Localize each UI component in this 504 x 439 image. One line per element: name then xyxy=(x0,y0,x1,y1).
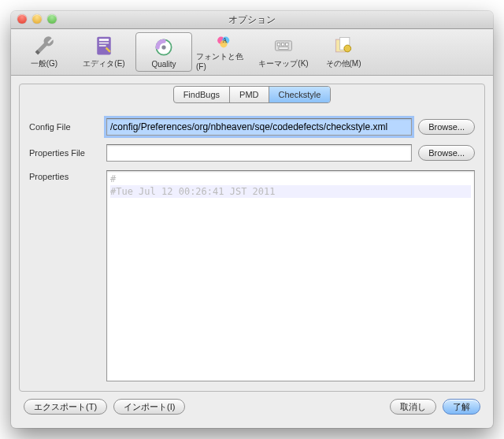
options-panel: FindBugs PMD Checkstyle Config File Brow… xyxy=(19,84,485,392)
zoom-icon[interactable] xyxy=(47,14,57,24)
keymap-icon xyxy=(272,35,295,57)
tab-pmd[interactable]: PMD xyxy=(230,87,269,102)
svg-rect-13 xyxy=(286,43,289,47)
tab-findbugs[interactable]: FindBugs xyxy=(174,87,230,102)
category-toolbar: 一般(G) エディタ(E) Quality A フォントと色(F) キーマップ(… xyxy=(11,29,493,76)
properties-file-label: Properties File xyxy=(29,148,100,158)
window-controls xyxy=(17,14,57,24)
misc-icon xyxy=(332,35,354,57)
cancel-button[interactable]: 取消し xyxy=(390,399,436,415)
config-file-input[interactable] xyxy=(106,118,412,136)
options-window: オプション 一般(G) エディタ(E) Quality A フォントと色(F) … xyxy=(11,11,493,428)
svg-rect-11 xyxy=(277,43,280,47)
close-icon[interactable] xyxy=(17,14,27,24)
toolbar-item-quality[interactable]: Quality xyxy=(135,32,192,72)
svg-rect-1 xyxy=(99,39,109,41)
wrench-icon xyxy=(33,35,55,57)
toolbar-item-fonts-colors[interactable]: A フォントと色(F) xyxy=(195,32,252,72)
toolbar-item-general[interactable]: 一般(G) xyxy=(16,32,72,72)
svg-rect-3 xyxy=(99,45,106,47)
properties-label: Properties xyxy=(29,170,100,181)
titlebar: オプション xyxy=(11,11,493,29)
svg-rect-2 xyxy=(99,43,109,44)
config-file-label: Config File xyxy=(29,122,100,132)
import-button[interactable]: インポート(I) xyxy=(113,399,185,415)
toolbar-item-keymap[interactable]: キーマップ(K) xyxy=(255,32,312,72)
svg-point-5 xyxy=(161,45,165,49)
ok-button[interactable]: 了解 xyxy=(443,399,480,415)
svg-rect-14 xyxy=(279,47,288,50)
properties-textarea[interactable]: # #Tue Jul 12 00:26:41 JST 2011 xyxy=(106,170,475,381)
fonts-colors-icon: A xyxy=(213,33,235,50)
browse-properties-button[interactable]: Browse... xyxy=(418,145,475,161)
browse-config-button[interactable]: Browse... xyxy=(418,119,475,135)
svg-rect-12 xyxy=(281,43,284,47)
quality-icon xyxy=(153,36,175,58)
quality-tabs: FindBugs PMD Checkstyle xyxy=(173,86,332,103)
tab-checkstyle[interactable]: Checkstyle xyxy=(269,87,331,102)
minimize-icon[interactable] xyxy=(32,14,42,24)
properties-file-input[interactable] xyxy=(106,144,412,162)
svg-point-17 xyxy=(344,45,351,52)
window-title: オプション xyxy=(228,13,276,27)
toolbar-item-misc[interactable]: その他(M) xyxy=(315,32,372,72)
export-button[interactable]: エクスポート(T) xyxy=(24,399,107,415)
editor-icon xyxy=(93,35,115,57)
dialog-buttons: エクスポート(T) インポート(I) 取消し 了解 xyxy=(19,392,485,422)
toolbar-item-editor[interactable]: エディタ(E) xyxy=(76,32,132,72)
svg-text:A: A xyxy=(223,37,228,44)
